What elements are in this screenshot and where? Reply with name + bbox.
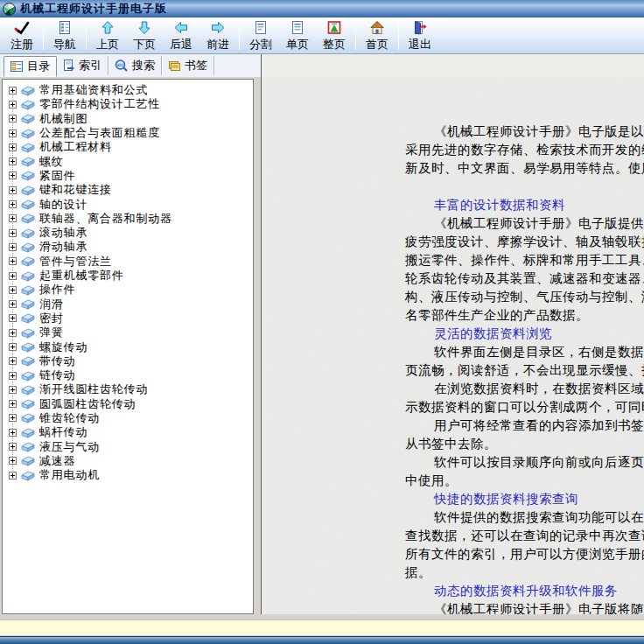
expand-plus-icon[interactable]	[9, 272, 17, 280]
tree-item[interactable]: 管件与管法兰	[3, 255, 253, 269]
tab-bookmarks[interactable]: 书签	[162, 56, 214, 75]
tree-item[interactable]: 机械制图	[3, 112, 253, 126]
tree-item[interactable]: 起重机械零部件	[3, 269, 253, 283]
expand-plus-icon[interactable]	[9, 144, 17, 151]
expand-plus-icon[interactable]	[9, 300, 17, 308]
book-icon	[21, 298, 35, 310]
tree-item-label: 螺旋传动	[39, 340, 88, 355]
tree-item-label: 螺纹	[39, 154, 64, 170]
tab-index[interactable]: 索引	[57, 56, 108, 75]
tab-search[interactable]: abc 搜索	[108, 56, 162, 75]
expand-plus-icon[interactable]	[9, 243, 17, 251]
tree-item[interactable]: 润滑	[3, 297, 253, 311]
tab-bookmarks-label: 书签	[185, 58, 207, 74]
left-panel-tabs: 目录 索引 abc 搜索 书签	[4, 54, 214, 77]
expand-plus-icon[interactable]	[9, 343, 17, 351]
exit-button[interactable]: 退出	[402, 19, 438, 52]
split-button[interactable]: 分割	[242, 19, 279, 52]
expand-plus-icon[interactable]	[9, 172, 17, 179]
next-page-button[interactable]: 下页	[126, 19, 163, 52]
expand-plus-icon[interactable]	[9, 87, 17, 94]
expand-plus-icon[interactable]	[9, 414, 17, 422]
forward-button[interactable]: 前进	[200, 19, 236, 52]
exit-door-icon	[411, 19, 429, 36]
expand-plus-icon[interactable]	[9, 472, 17, 480]
expand-plus-icon[interactable]	[9, 115, 17, 122]
expand-plus-icon[interactable]	[9, 386, 17, 394]
tree-item-label: 紧固件	[39, 168, 75, 184]
expand-plus-icon[interactable]	[9, 101, 17, 108]
tree-item-label: 机械制图	[39, 111, 88, 127]
tree-item[interactable]: 链传动	[3, 368, 253, 382]
tree-item[interactable]: 螺旋传动	[3, 340, 253, 354]
prev-page-button[interactable]: 上页	[89, 19, 126, 52]
tree-item[interactable]: 滑动轴承	[3, 240, 253, 254]
book-icon	[21, 199, 35, 210]
tab-contents[interactable]: 目录	[4, 56, 57, 77]
expand-plus-icon[interactable]	[9, 286, 17, 294]
content-line: 采用先进的数字存储、检索技术而开发的综	[405, 141, 644, 159]
content-line: 新及时、中文界面、易学易用等特点。使用本	[405, 159, 644, 178]
expand-plus-icon[interactable]	[9, 130, 17, 137]
right-arrow-icon	[209, 19, 227, 36]
tab-index-label: 索引	[79, 58, 102, 74]
tree-item[interactable]: 零部件结构设计工艺性	[3, 97, 253, 111]
tree-item[interactable]: 键和花键连接	[3, 183, 253, 197]
panel-splitter[interactable]	[254, 77, 261, 614]
expand-plus-icon[interactable]	[9, 214, 17, 222]
book-icon	[21, 128, 35, 139]
content-tab-strip-bg	[261, 54, 644, 77]
back-button[interactable]: 后退	[163, 19, 200, 52]
tree-item[interactable]: 操作件	[3, 283, 253, 297]
tree-item[interactable]: 常用电动机	[3, 468, 253, 482]
tree-item[interactable]: 带传动	[3, 354, 253, 368]
tree-item-label: 锥齿轮传动	[39, 410, 100, 426]
content-line: 软件提供的数据搜索查询功能可以在所	[405, 508, 644, 527]
search-icon: abc	[115, 60, 129, 72]
expand-plus-icon[interactable]	[9, 257, 17, 265]
navigation-button[interactable]: 导航	[46, 19, 83, 52]
tree-item[interactable]: 密封	[3, 312, 253, 326]
tree-item[interactable]: 机械工程材料	[3, 140, 253, 154]
tree-item[interactable]: 减速器	[3, 454, 253, 468]
full-page-button[interactable]: 整页	[316, 19, 353, 52]
expand-plus-icon[interactable]	[9, 400, 17, 408]
expand-plus-icon[interactable]	[9, 429, 17, 437]
expand-plus-icon[interactable]	[9, 314, 17, 322]
tree-item-label: 链传动	[39, 368, 75, 383]
tree-item[interactable]: 液压与气动	[3, 439, 253, 453]
expand-plus-icon[interactable]	[9, 229, 17, 237]
tree-item-label: 润滑	[39, 297, 64, 312]
content-line: 名零部件生产企业的产品数据。	[405, 306, 644, 325]
single-page-button[interactable]: 单页	[279, 19, 316, 52]
register-button[interactable]: 注册	[4, 19, 40, 52]
navigation-icon	[56, 19, 74, 36]
expand-plus-icon[interactable]	[9, 186, 17, 194]
content-pane[interactable]: 《机械工程师设计手册》电子版是以现采用先进的数字存储、检索技术而开发的综新及时、…	[261, 77, 644, 614]
tree-item[interactable]: 弹簧	[3, 326, 253, 340]
content-line: 查找数据，还可以在查询的记录中再次查询	[405, 527, 644, 545]
content-line: 从书签中去除。	[405, 435, 644, 453]
home-button[interactable]: 首页	[359, 19, 396, 52]
book-icon	[21, 284, 35, 296]
expand-plus-icon[interactable]	[9, 372, 17, 380]
tree-item[interactable]: 圆弧圆柱齿轮传动	[3, 397, 253, 411]
expand-plus-icon[interactable]	[9, 357, 17, 365]
tree-item[interactable]: 蜗杆传动	[3, 425, 253, 439]
tree-item[interactable]: 公差配合与表面粗糙度	[3, 126, 253, 140]
toolbar-separator	[398, 22, 399, 50]
expand-plus-icon[interactable]	[9, 457, 17, 465]
expand-plus-icon[interactable]	[9, 443, 17, 451]
expand-plus-icon[interactable]	[9, 200, 17, 208]
tree-item[interactable]: 联轴器、离合器和制动器	[3, 212, 253, 226]
tree-item[interactable]: 紧固件	[3, 169, 253, 183]
expand-plus-icon[interactable]	[9, 158, 17, 165]
expand-plus-icon[interactable]	[9, 329, 17, 337]
tree-item[interactable]: 锥齿轮传动	[3, 411, 253, 425]
contents-tree-panel: 常用基础资料和公式 零部件结构设计工艺性 机械制图 公差配合与表面粗糙度 机械工…	[2, 79, 254, 614]
tree-item[interactable]: 常用基础资料和公式	[3, 83, 253, 97]
tree-item[interactable]: 滚动轴承	[3, 226, 253, 240]
tree-item[interactable]: 螺纹	[3, 154, 253, 168]
tree-item[interactable]: 轴的设计	[3, 197, 253, 211]
tree-item[interactable]: 渐开线圆柱齿轮传动	[3, 382, 253, 396]
